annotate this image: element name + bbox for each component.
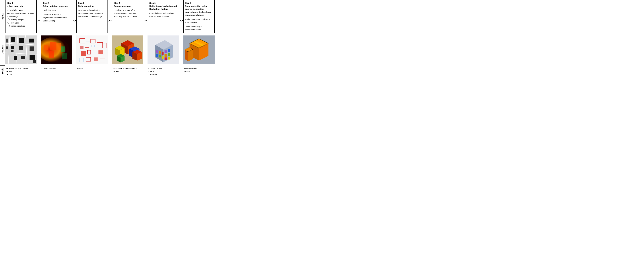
svg-rect-48 xyxy=(94,57,98,61)
svg-rect-16 xyxy=(29,38,34,42)
step2-heading: Solar radiation analysis xyxy=(42,5,70,8)
output-data-processing xyxy=(112,34,144,65)
arrow4: >> xyxy=(144,0,148,33)
svg-rect-13 xyxy=(11,49,14,52)
svg-rect-42 xyxy=(81,51,86,56)
arrow2: >> xyxy=(72,0,76,33)
tool-step1: - Rhinoceros + Honeybee - Revit - Excel xyxy=(5,66,36,76)
step1-inputs: m² available area H/w height/width ratio… xyxy=(7,8,35,27)
archetypes-image xyxy=(148,34,179,65)
svg-rect-27 xyxy=(56,43,61,49)
svg-rect-75 xyxy=(162,56,164,58)
output-sep3 xyxy=(108,34,112,65)
step4-inputs: - analysis of area (m²) of building enve… xyxy=(114,8,142,18)
step6-heading: Solar potential, solar energy generation… xyxy=(185,5,213,17)
step5-title: Step 5 xyxy=(150,2,178,5)
svg-rect-81 xyxy=(168,57,170,59)
arrow1: >> xyxy=(36,0,41,33)
arrow3: >> xyxy=(108,0,112,33)
svg-rect-29 xyxy=(61,46,65,52)
tools-content: - Rhinoceros + Honeybee - Revit - Excel … xyxy=(5,66,215,76)
svg-rect-77 xyxy=(168,49,170,52)
step4-heading: Data processing xyxy=(114,5,142,8)
tools-row: Tools - Rhinoceros + Honeybee - Revit - … xyxy=(0,66,215,76)
tool-step2: - Diva-for-Rhino xyxy=(41,66,72,76)
tool-sep3 xyxy=(108,66,112,76)
svg-rect-70 xyxy=(156,50,158,53)
svg-rect-15 xyxy=(19,46,23,49)
step2-title: Step 2 xyxy=(42,2,70,5)
step4-card: Step 4 Data processing - analysis of are… xyxy=(112,0,144,33)
outputs-row: Outputs xyxy=(0,34,215,65)
step3-card: Step 3 Solar mapping - average values of… xyxy=(76,0,108,33)
step5-heading: Definition of archetypes & Reduction fac… xyxy=(150,5,178,11)
output-solar-radiation xyxy=(41,34,72,65)
svg-rect-30 xyxy=(62,53,67,59)
svg-rect-71 xyxy=(156,54,158,57)
svg-rect-17 xyxy=(30,46,34,51)
svg-rect-21 xyxy=(6,38,8,42)
outputs-content xyxy=(5,34,215,65)
step4-title: Step 4 xyxy=(114,2,142,5)
tool-step5: - Diva-for-Rhino - Excel - Autocad xyxy=(148,66,179,76)
svg-rect-18 xyxy=(14,56,17,60)
output-sep4 xyxy=(144,34,148,65)
outputs-label: Outputs xyxy=(0,34,5,65)
svg-rect-4 xyxy=(7,25,9,27)
output-solar-potential xyxy=(183,34,215,65)
svg-rect-28 xyxy=(48,51,54,58)
svg-rect-19 xyxy=(21,56,25,59)
svg-rect-22 xyxy=(6,46,8,49)
inputs-row: Inputs Step 1 Urban analysis m² availabl… xyxy=(0,0,215,33)
arrow5: >> xyxy=(179,0,184,33)
data-processing-image xyxy=(112,34,144,65)
svg-rect-80 xyxy=(164,57,167,60)
step5-inputs: - calculation of real available area for… xyxy=(150,12,178,18)
svg-rect-76 xyxy=(164,50,167,53)
tool-step6: - Diva-for-Rhino - Excel xyxy=(183,66,215,76)
svg-rect-72 xyxy=(159,51,161,54)
svg-rect-14 xyxy=(19,38,24,43)
svg-rect-79 xyxy=(168,53,170,56)
tool-sep4 xyxy=(144,66,148,76)
output-urban xyxy=(5,34,36,65)
step1-title: Step 1 xyxy=(7,2,35,5)
svg-rect-31 xyxy=(44,45,48,49)
svg-rect-37 xyxy=(80,46,84,49)
step6-card: Step 6 Solar potential, solar energy gen… xyxy=(183,0,215,33)
tool-sep2 xyxy=(72,66,76,76)
svg-rect-74 xyxy=(162,52,164,55)
svg-rect-26 xyxy=(50,42,56,49)
svg-rect-78 xyxy=(164,54,167,57)
urban-map-image xyxy=(5,34,36,65)
step1-card: Step 1 Urban analysis m² available area … xyxy=(5,0,36,33)
tools-label: Tools xyxy=(0,66,5,76)
step6-inputs: - solar grid-based analysis of solar rad… xyxy=(185,18,213,31)
svg-rect-12 xyxy=(11,46,14,49)
solar-radiation-image xyxy=(41,34,72,65)
step3-inputs: - average values of solar radiation on t… xyxy=(78,8,106,18)
tool-sep1 xyxy=(36,66,41,76)
steps-content: Step 1 Urban analysis m² available area … xyxy=(5,0,215,33)
svg-rect-20 xyxy=(30,55,35,60)
step1-heading: Urban analysis xyxy=(7,5,35,8)
output-sep2 xyxy=(72,34,76,65)
step3-heading: Solar mapping xyxy=(78,5,106,8)
output-sep1 xyxy=(36,34,41,65)
tool-sep5 xyxy=(179,66,183,76)
svg-rect-73 xyxy=(159,54,161,57)
building-height-icon: H xyxy=(7,18,10,21)
main-layout: Inputs Step 1 Urban analysis m² availabl… xyxy=(0,0,215,76)
svg-rect-11 xyxy=(11,37,14,41)
solar-potential-image xyxy=(183,34,215,65)
solar-mapping-image xyxy=(76,34,108,65)
tool-step3: - Revit xyxy=(76,66,108,76)
step2-inputs: - radiation map - radiation analysis at … xyxy=(42,8,70,22)
step3-title: Step 3 xyxy=(78,2,106,5)
output-archetypes xyxy=(148,34,179,65)
step5-card: Step 5 Definition of archetypes & Reduct… xyxy=(148,0,179,33)
svg-rect-45 xyxy=(98,50,103,54)
tool-step4: - Rhinoceros + Grasshopper - Excel xyxy=(112,66,144,76)
output-sep5 xyxy=(179,34,183,65)
output-solar-mapping xyxy=(76,34,108,65)
